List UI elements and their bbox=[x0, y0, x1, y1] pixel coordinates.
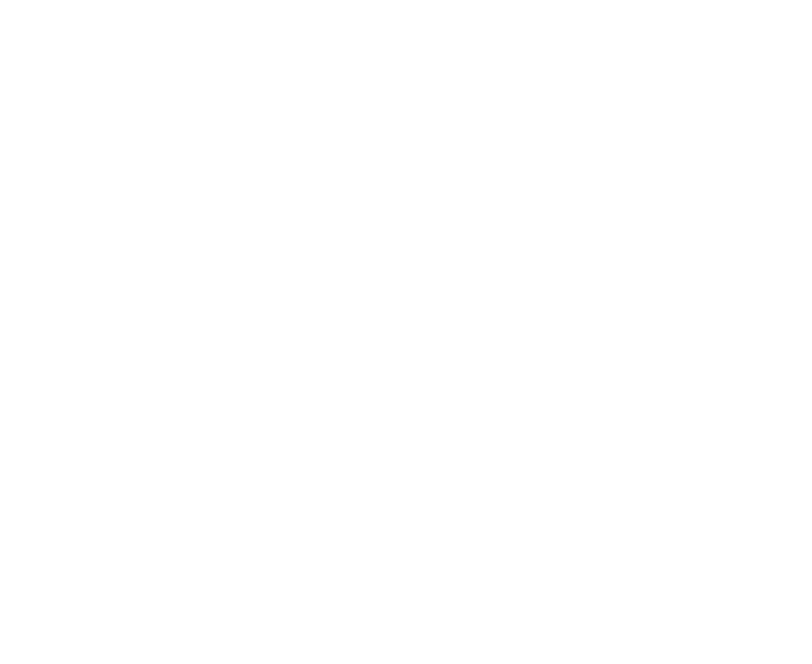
org-chart bbox=[0, 0, 812, 664]
connectors bbox=[0, 0, 812, 664]
